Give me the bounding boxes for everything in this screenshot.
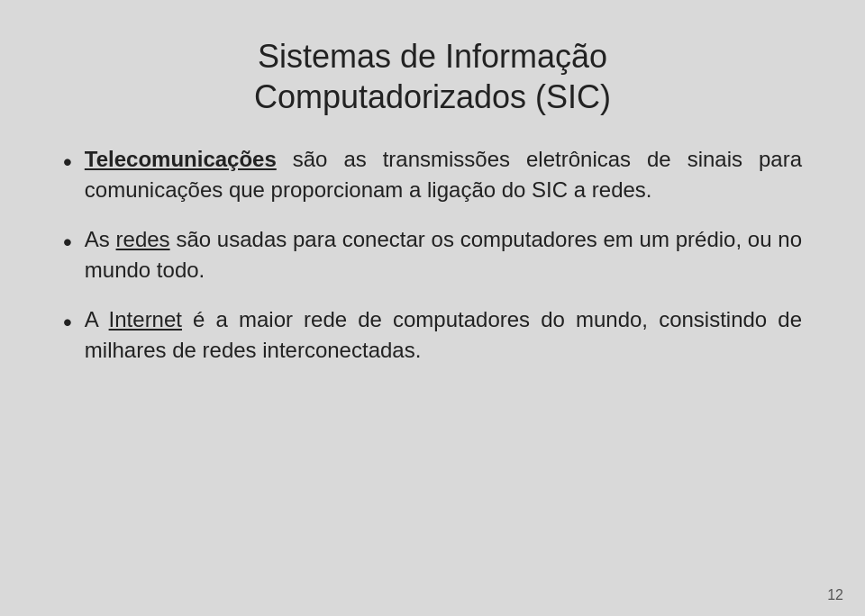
list-item: • As redes são usadas para conectar os c… xyxy=(63,224,802,285)
list-item: • A Internet é a maior rede de computado… xyxy=(63,304,802,365)
bullet-text-2: As redes são usadas para conectar os com… xyxy=(85,224,802,285)
title-line2: Computadorizados (SIC) xyxy=(254,78,611,115)
slide-number: 12 xyxy=(827,587,843,603)
telecom-keyword: Telecomunicações xyxy=(85,147,277,171)
internet-keyword: Internet xyxy=(109,307,182,331)
bullet-3-rest: é a maior rede de computadores do mundo,… xyxy=(85,307,802,362)
bullet-list: • Telecomunicações são as transmissões e… xyxy=(63,144,802,580)
bullet-text-1: Telecomunicações são as transmissões ele… xyxy=(85,144,802,204)
bullet-2-pre: As xyxy=(85,227,116,251)
bullet-dot: • xyxy=(63,144,72,179)
bullet-3-pre: A xyxy=(85,307,109,331)
title-line1: Sistemas de Informação xyxy=(258,38,607,75)
bullet-2-rest: são usadas para conectar os computadores… xyxy=(85,227,802,282)
bullet-dot: • xyxy=(63,304,72,340)
bullet-dot: • xyxy=(63,224,72,259)
redes-keyword: redes xyxy=(116,227,170,251)
list-item: • Telecomunicações são as transmissões e… xyxy=(63,144,802,204)
slide-title: Sistemas de Informação Computadorizados … xyxy=(63,36,802,117)
slide: Sistemas de Informação Computadorizados … xyxy=(0,0,865,616)
bullet-text-3: A Internet é a maior rede de computadore… xyxy=(85,304,802,365)
